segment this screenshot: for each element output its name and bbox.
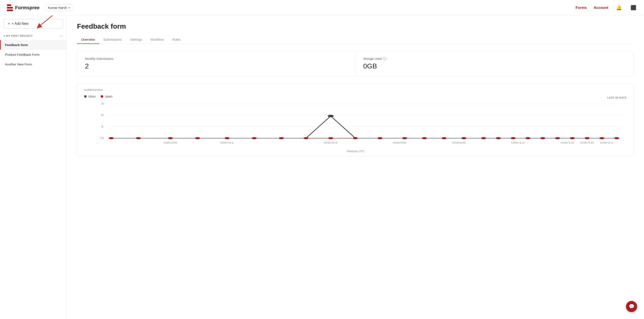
sidebar-item-product-feedback[interactable]: Product Feedback Form: [0, 50, 66, 59]
logo-bar-mid: [7, 7, 13, 9]
chart-section-title: SUBMISSIONS: [84, 89, 626, 91]
logout-icon[interactable]: ⬛: [630, 4, 637, 12]
header: Formspree Kumar Harsh ▾ Forms Account 🔔 …: [0, 0, 644, 16]
nav-account[interactable]: Account: [594, 6, 608, 10]
svg-text:09/03: 09/03: [324, 141, 338, 144]
monthly-submissions-label: Monthly Submissions: [85, 57, 348, 61]
svg-point-34: [328, 115, 334, 117]
chevron-down-icon: ▾: [68, 6, 70, 9]
user-selector[interactable]: Kumar Harsh ▾: [45, 4, 73, 11]
monthly-submissions-block: Monthly Submissions 2: [77, 51, 356, 76]
sidebar: + + Add New ▾ MY FIRST PROJECT ⋯ Feedbac…: [0, 16, 67, 319]
stats-row: Monthly Submissions 2 Storage Used i 0GB: [77, 51, 634, 76]
svg-text:09/09: 09/09: [452, 141, 466, 144]
legend-spam: spam: [101, 95, 112, 98]
svg-text:09/12: 09/12: [511, 141, 525, 144]
chart-svg: 3 2 1 0: [84, 102, 626, 149]
chart-legend: inbox spam: [84, 95, 112, 98]
tab-submissions[interactable]: Submissions: [99, 36, 126, 44]
logo-icon: [7, 4, 13, 11]
inbox-dot: [84, 95, 87, 98]
legend-inbox: inbox: [84, 95, 96, 98]
add-new-label: + Add New: [12, 22, 28, 26]
chat-button[interactable]: 💬: [626, 301, 637, 312]
storage-used-value: 0GB: [363, 62, 626, 70]
svg-text:09/06: 09/06: [393, 141, 406, 144]
svg-text:09/15: 09/15: [560, 141, 574, 144]
svg-text:3: 3: [100, 102, 104, 105]
storage-used-label: Storage Used i: [363, 57, 626, 61]
tabs: Overview Submissions Settings Workflow R…: [77, 36, 634, 44]
tab-workflow[interactable]: Workflow: [146, 36, 168, 44]
logo[interactable]: Formspree: [7, 4, 40, 11]
notification-bell-icon[interactable]: 🔔: [615, 4, 623, 12]
plus-icon: +: [8, 22, 10, 26]
svg-text:2: 2: [100, 114, 104, 116]
tab-settings[interactable]: Settings: [126, 36, 146, 44]
add-new-button[interactable]: + + Add New: [4, 19, 63, 29]
chart-section: SUBMISSIONS inbox spam LAST 30 DAYS: [77, 83, 634, 156]
svg-point-17: [328, 137, 333, 139]
project-menu-icon[interactable]: ⋯: [59, 34, 63, 38]
project-title-row: ▾ MY FIRST PROJECT: [4, 35, 33, 38]
storage-info-icon[interactable]: i: [383, 57, 386, 61]
storage-used-block: Storage Used i 0GB: [356, 51, 634, 76]
logo-text: Formspree: [15, 5, 40, 11]
tab-overview[interactable]: Overview: [77, 36, 99, 44]
main-content: Feedback form Overview Submissions Setti…: [67, 16, 644, 319]
svg-text:1: 1: [100, 125, 104, 128]
layout: + + Add New ▾ MY FIRST PROJECT ⋯ Feedbac…: [0, 16, 644, 319]
svg-text:09/21: 09/21: [600, 141, 614, 144]
page-title: Feedback form: [77, 22, 634, 30]
monthly-submissions-value: 2: [85, 62, 348, 70]
svg-text:0: 0: [100, 137, 104, 139]
header-right: Forms Account 🔔 ⬛: [576, 4, 637, 12]
nav-forms[interactable]: Forms: [576, 6, 587, 10]
header-left: Formspree Kumar Harsh ▾: [7, 4, 73, 11]
project-collapse-icon[interactable]: ▾: [4, 35, 5, 38]
svg-text:08/28: 08/28: [164, 141, 177, 144]
tab-rules[interactable]: Rules: [168, 36, 185, 44]
chart-period-label: LAST 30 DAYS: [607, 96, 626, 99]
svg-text:08/31: 08/31: [220, 141, 234, 144]
logo-bar-top: [7, 4, 11, 6]
chart-container: 3 2 1 0: [84, 102, 626, 149]
project-name: MY FIRST PROJECT: [6, 35, 33, 38]
sidebar-item-another-new[interactable]: Another New Form: [0, 59, 66, 69]
chat-icon: 💬: [629, 304, 634, 309]
chart-timezone: Timezone: UTC: [84, 150, 626, 153]
svg-text:09/18: 09/18: [580, 141, 594, 144]
spam-dot: [101, 95, 103, 98]
logo-bar-bot: [7, 10, 13, 11]
chart-header: inbox spam LAST 30 DAYS: [84, 95, 626, 101]
user-name: Kumar Harsh: [48, 6, 67, 10]
project-header: ▾ MY FIRST PROJECT ⋯: [0, 32, 66, 40]
sidebar-item-feedback-form[interactable]: Feedback form: [0, 40, 66, 50]
